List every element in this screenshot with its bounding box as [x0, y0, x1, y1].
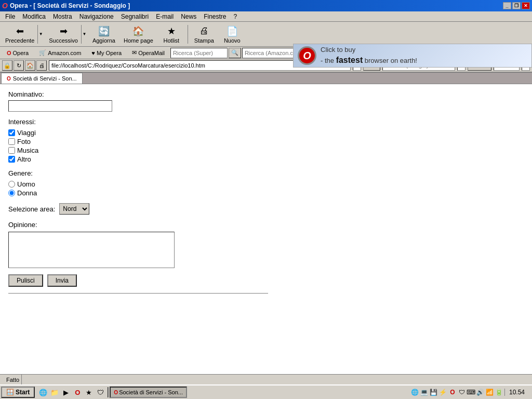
menu-mostra[interactable]: Mostra — [50, 12, 75, 21]
menu-news[interactable]: News — [178, 12, 200, 21]
back-button[interactable]: ⬅ Precedente — [2, 24, 37, 45]
forward-dropdown[interactable]: ▼ — [81, 25, 87, 44]
bookmark-operamail[interactable]: ✉ OperaMail — [127, 48, 169, 58]
menu-help[interactable]: ? — [231, 12, 241, 21]
ql-media-icon[interactable]: ▶ — [61, 387, 71, 397]
radio-uomo: Uomo — [8, 180, 524, 188]
opinione-label: Opinione: — [8, 221, 524, 229]
back-dropdown[interactable]: ▼ — [37, 25, 44, 44]
taskbar: 🪟 Start 🌐 📁 ▶ O ★ 🛡 O Società di Servizi… — [0, 384, 532, 399]
back-icon: ⬅ — [14, 25, 26, 37]
page-content: Nominativo: Interessi: Viaggi Foto Music… — [0, 84, 532, 374]
menu-file[interactable]: File — [2, 12, 18, 21]
hotlist-button[interactable]: ★ Hotlist — [158, 24, 184, 45]
menu-modifica[interactable]: Modifica — [19, 12, 49, 21]
search-super-button[interactable]: 🔍 — [229, 48, 241, 58]
area-label: Selezione area: — [8, 205, 55, 213]
nominativo-label: Nominativo: — [8, 90, 524, 98]
tray-kb-icon: ⌨ — [467, 388, 475, 396]
taskbar-opera-label: Società di Servizi - Son... — [119, 389, 183, 395]
operamail-icon: ✉ — [132, 49, 137, 56]
interessi-label: Interessi: — [8, 118, 524, 126]
minimize-button[interactable]: _ — [503, 2, 511, 9]
checkbox-foto: Foto — [8, 138, 524, 145]
start-label: Start — [16, 389, 30, 396]
tray-power-icon: ⚡ — [439, 388, 447, 396]
checkbox-musica-input[interactable] — [8, 147, 15, 154]
ql-folder-icon[interactable]: 📁 — [49, 387, 60, 397]
interessi-checkboxes: Viaggi Foto Musica Altro — [8, 129, 524, 163]
ad-banner: O Click to buy - the fastest browser on … — [293, 44, 532, 68]
bookmark-myopera[interactable]: ♥ My Opera — [87, 48, 126, 58]
opera-logo-title: O — [2, 2, 8, 10]
bookmark-opera[interactable]: O Opera — [2, 48, 33, 58]
area-select[interactable]: Nord Sud Est Ovest — [59, 203, 89, 215]
taskbar-opera-icon: O — [114, 390, 118, 395]
tray-sound-icon: 🔊 — [476, 388, 485, 396]
taskbar-opera-window[interactable]: O Società di Servizi - Son... — [110, 387, 187, 398]
start-button[interactable]: 🪟 Start — [1, 387, 35, 398]
button-row: Pulisci Invia — [8, 274, 524, 287]
checkbox-viaggi-label: Viaggi — [17, 129, 36, 137]
home-button[interactable]: 🏠 Home page — [121, 24, 156, 45]
quick-launch: 🌐 📁 ▶ O ★ 🛡 — [38, 387, 109, 397]
close-button[interactable]: ✕ — [522, 2, 530, 9]
print-button[interactable]: 🖨 Stampa — [191, 24, 217, 45]
print-icon: 🖨 — [198, 25, 210, 37]
restore-button[interactable]: ❐ — [512, 2, 521, 9]
menu-segnalibri[interactable]: Segnalibri — [118, 12, 152, 21]
print-addr-icon-btn[interactable]: 🖨 — [36, 60, 47, 71]
menu-finestre[interactable]: Finestre — [201, 12, 229, 21]
tray-disk-icon: 💾 — [430, 388, 438, 396]
new-button[interactable]: 📄 Nuovo — [219, 24, 245, 45]
radio-donna-label: Donna — [17, 189, 37, 197]
ql-ie-icon[interactable]: 🌐 — [38, 387, 48, 397]
amazon-icon: 🛒 — [39, 49, 46, 56]
nominativo-input[interactable] — [8, 100, 112, 112]
radio-uomo-label: Uomo — [17, 180, 35, 188]
radio-donna: Donna — [8, 189, 524, 197]
ql-antivirus-icon[interactable]: 🛡 — [95, 387, 105, 397]
system-clock: 10.54 — [504, 389, 529, 396]
menu-email[interactable]: E-mail — [153, 12, 177, 21]
page-divider — [8, 293, 268, 294]
myopera-icon: ♥ — [91, 50, 95, 56]
area-row: Selezione area: Nord Sud Est Ovest — [8, 203, 524, 215]
search-amazon-input[interactable] — [242, 48, 299, 58]
forward-icon: ➡ — [57, 25, 70, 37]
active-tab[interactable]: O Società di Servizi - Son... — [1, 73, 83, 84]
bookmark-amazon[interactable]: 🛒 Amazon.com — [34, 48, 86, 58]
reload-icon-btn[interactable]: ↻ — [14, 60, 24, 71]
radio-uomo-input[interactable] — [8, 181, 15, 188]
submit-button[interactable]: Invia — [47, 274, 77, 287]
ad-text: Click to buy - the fastest browser on ea… — [321, 45, 417, 66]
checkbox-altro-label: Altro — [17, 155, 31, 163]
reset-button[interactable]: Pulisci — [8, 274, 43, 287]
tab-bar: O Società di Servizi - Son... — [0, 73, 532, 84]
opera-icon: O — [7, 50, 11, 56]
radio-donna-input[interactable] — [8, 190, 15, 196]
checkbox-viaggi-input[interactable] — [8, 129, 15, 136]
address-icons: 🔒 ↻ 🏠 🖨 — [2, 60, 47, 71]
opinione-textarea[interactable] — [8, 232, 175, 268]
new-icon: 📄 — [226, 25, 238, 37]
forward-button[interactable]: ➡ Successivo — [46, 24, 81, 45]
menu-navigazione[interactable]: Navigazione — [76, 12, 117, 21]
tray-network2-icon: 📶 — [486, 388, 494, 396]
home-addr-icon-btn[interactable]: 🏠 — [25, 60, 35, 71]
back-group: ⬅ Precedente ▼ — [2, 24, 44, 45]
checkbox-musica-label: Musica — [17, 147, 38, 154]
checkbox-foto-input[interactable] — [8, 138, 15, 145]
search-super-input[interactable] — [170, 48, 228, 58]
checkbox-altro-input[interactable] — [8, 156, 15, 163]
checkbox-altro: Altro — [8, 155, 524, 163]
menu-bar: File Modifica Mostra Navigazione Segnali… — [0, 11, 532, 22]
refresh-button[interactable]: 🔄 Aggiorna — [89, 24, 118, 45]
checkbox-musica: Musica — [8, 147, 524, 154]
security-icon-btn[interactable]: 🔒 — [2, 60, 12, 71]
tray-opera-tray-icon: O — [448, 388, 457, 396]
hotlist-icon: ★ — [165, 25, 178, 37]
ql-opera-icon[interactable]: O — [72, 387, 83, 397]
window-title: Opera - [ Società di Servizi - Sondaggio… — [10, 2, 130, 9]
ql-star-icon[interactable]: ★ — [84, 387, 94, 397]
